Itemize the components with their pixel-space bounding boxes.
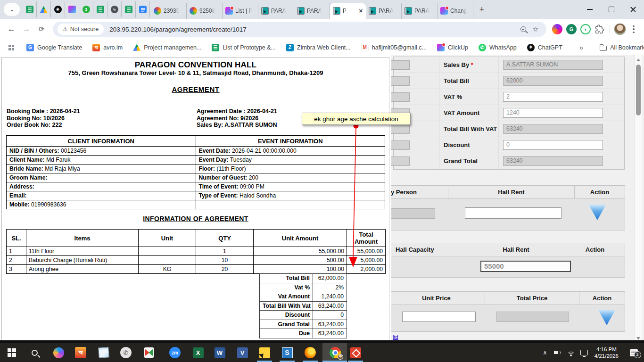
word-button[interactable]: W (213, 343, 227, 362)
left-column-input-stub[interactable] (391, 76, 410, 86)
bird-favicon (154, 7, 161, 15)
security-chip[interactable]: ⚠ Not secure (58, 24, 104, 35)
bookmark-item[interactable]: ChatGPT (527, 44, 562, 51)
tab-search-button[interactable]: ⌄ (4, 3, 20, 16)
forward-button[interactable]: → (19, 22, 34, 37)
window-minimize-button[interactable] (579, 0, 601, 19)
whatsapp-button[interactable]: ✆ (119, 343, 133, 362)
grammarly-extension-icon[interactable]: G (566, 24, 577, 34)
browser-menu-button[interactable] (629, 23, 638, 35)
browser-tab-active[interactable]: P✕ (330, 3, 366, 19)
totals-label: Grand Total (260, 320, 313, 329)
browser-tab[interactable]: 92508 (187, 3, 223, 19)
left-column-input-stub[interactable] (391, 140, 410, 150)
cast-button[interactable] (578, 343, 591, 362)
notification-center-button[interactable]: 2 (623, 343, 644, 362)
notepad-button[interactable] (97, 343, 111, 362)
browser-tab[interactable]: 23935 (151, 3, 187, 19)
purple-extension-icon[interactable] (552, 24, 562, 34)
browser-tab[interactable]: PARA (258, 3, 294, 19)
bookmark-item[interactable]: Google Translate (26, 44, 82, 51)
page-scrollbar[interactable] (634, 55, 642, 343)
sticky-notes-button[interactable] (257, 343, 272, 362)
field-input[interactable]: 1240 (503, 108, 603, 118)
wifi-button[interactable] (564, 343, 578, 362)
window-maximize-button[interactable] (601, 0, 622, 19)
bookmark-item[interactable]: Zimbra Web Client... (286, 44, 351, 51)
bookmark-item[interactable]: ClickUp (437, 44, 468, 51)
hall-rent-value-input[interactable]: 55000 (480, 261, 571, 272)
window-close-button[interactable] (622, 0, 644, 19)
bookmarks-overflow-chevron[interactable]: » (573, 43, 590, 51)
left-column-input-stub[interactable] (391, 156, 410, 166)
address-bar[interactable]: ⚠ Not secure 203.95.220.106/paragon/agre… (53, 22, 546, 37)
browser-tab[interactable]: Chang (438, 3, 473, 19)
total-price-input[interactable] (496, 312, 569, 322)
field-input[interactable]: 0 (503, 140, 603, 150)
extensions-puzzle-icon[interactable] (594, 24, 605, 34)
profile-avatar[interactable] (614, 23, 626, 35)
visio-button[interactable]: V (235, 343, 249, 362)
pinned-tab-docs[interactable] (136, 1, 150, 17)
bookmark-item[interactable]: hafijmit05@gmail.c... (361, 44, 427, 51)
pinned-tab-globe[interactable] (107, 1, 122, 17)
browser-tab[interactable]: PARA (294, 3, 330, 19)
pinned-tab-sheets[interactable] (122, 1, 136, 17)
taskbar-clock[interactable]: 4:16 PM 4/21/2026 (594, 346, 619, 359)
totals-value: 0 (313, 311, 347, 320)
field-input[interactable]: 62000 (503, 76, 603, 86)
collapse-arrow-icon-2[interactable] (597, 310, 616, 327)
pinned-tab-sheets[interactable] (93, 1, 107, 17)
zoom-app-button[interactable]: zm (168, 343, 182, 362)
bookmark-item[interactable]: List of Prototype &... (212, 44, 276, 51)
tab-close-icon[interactable]: ✕ (359, 8, 363, 14)
red-diamond-app-button[interactable] (348, 343, 363, 362)
volume-button[interactable] (551, 343, 564, 362)
pinwheel-app-button[interactable] (142, 343, 156, 362)
bookmark-item[interactable]: Project managemen... (133, 44, 201, 51)
all-bookmarks-button[interactable]: All Bookmarks (599, 44, 644, 51)
bookmark-star-icon[interactable]: ☆ (529, 23, 542, 35)
new-tab-button[interactable]: + (475, 3, 488, 16)
start-button[interactable] (5, 343, 19, 362)
back-button[interactable]: ← (4, 22, 19, 37)
collapse-arrow-icon[interactable] (588, 205, 607, 222)
pinned-tab-wa3[interactable] (79, 1, 93, 17)
left-column-input-stub[interactable] (391, 60, 410, 70)
unit-price-input[interactable] (402, 312, 476, 322)
items-column-header: Items (26, 230, 139, 247)
firefox-button[interactable] (303, 343, 317, 362)
pinned-tab-drive[interactable] (37, 1, 51, 17)
ltd-link[interactable]: ltd (393, 334, 398, 340)
left-column-input-stub[interactable] (391, 92, 410, 102)
green-extension-icon[interactable]: ◗ (580, 24, 591, 34)
reload-button[interactable]: ⟳ (34, 22, 49, 37)
browser-tab[interactable]: List | P (223, 3, 258, 19)
avro-keyboard-button[interactable]: অ (74, 343, 88, 362)
chrome-button-active[interactable] (322, 343, 347, 362)
scrollbar-thumb[interactable] (636, 65, 641, 115)
bookmark-item[interactable]: avro.im (92, 44, 123, 51)
apps-grid-icon[interactable] (8, 44, 15, 51)
browser-tab[interactable]: PARA (402, 3, 438, 19)
s-app-button[interactable]: S (280, 343, 294, 362)
zoom-level-icon[interactable] (517, 23, 529, 35)
field-input[interactable]: A.SATTAR SUMON (503, 60, 603, 70)
copilot-button[interactable] (51, 343, 66, 362)
scroll-up-arrow[interactable] (636, 57, 640, 61)
field-input[interactable]: 63240 (503, 124, 603, 134)
hall-rent-input[interactable] (465, 207, 561, 219)
left-column-input-stub[interactable] (391, 124, 410, 134)
tray-expand-button[interactable]: ∧ (539, 343, 551, 362)
browser-tab[interactable]: PARA (366, 3, 402, 19)
excel-button[interactable]: X (191, 343, 205, 362)
bookmark-item[interactable]: WhatsApp (479, 44, 517, 51)
info-row: Email:Type of Event: Halod Sondha (7, 191, 385, 200)
pinned-tab-sheets[interactable] (23, 1, 37, 17)
taskbar-search-button[interactable] (27, 343, 41, 362)
pinned-tab-chatgpt[interactable] (51, 1, 65, 17)
field-input[interactable]: 63240 (503, 156, 603, 166)
pinned-tab-clickup[interactable] (65, 1, 79, 17)
capacity-person-input[interactable] (391, 208, 435, 219)
field-input[interactable]: 2 (503, 92, 603, 102)
